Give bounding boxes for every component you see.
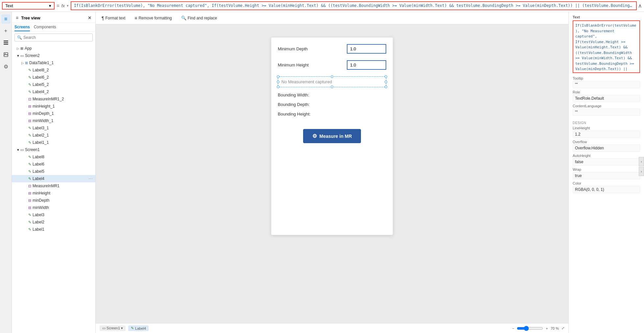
tree-mindepth_1[interactable]: ⊟ minDepth_1 bbox=[12, 110, 95, 117]
tree-label2[interactable]: ✎ Label2 bbox=[12, 218, 95, 226]
find-replace-button[interactable]: 🔍 Find and replace bbox=[179, 14, 219, 21]
label1-1: Label1_1 bbox=[33, 140, 93, 145]
tree-label2_1[interactable]: ✎ Label2_1 bbox=[12, 132, 95, 139]
minwidth: minWidth bbox=[33, 205, 93, 210]
measure-in-mr-button[interactable]: ⚙ Measure in MR bbox=[303, 129, 361, 143]
tooltip-value[interactable]: "" bbox=[573, 81, 640, 88]
expand-icon[interactable]: ⤢ bbox=[561, 326, 564, 330]
rail-icon-data[interactable] bbox=[1, 38, 11, 47]
format-text-icon: ¶ bbox=[102, 15, 104, 21]
minheight-1: minHeight_1 bbox=[33, 104, 93, 109]
tree-minwidth_1[interactable]: ⊟ minWidth_1 bbox=[12, 117, 95, 124]
tree-label6_2[interactable]: ✎ Label6_2 bbox=[12, 74, 95, 81]
tree-label8_2[interactable]: ✎ Label8_2 bbox=[12, 66, 95, 74]
min-depth-input[interactable] bbox=[347, 44, 386, 54]
fx-button[interactable]: fx bbox=[61, 3, 65, 8]
status-label-tag[interactable]: ✎ Label4 bbox=[128, 325, 149, 331]
line-height-value[interactable]: 1.2 bbox=[573, 131, 640, 138]
rail-icon-insert[interactable]: + bbox=[1, 26, 11, 36]
status-screen-tag[interactable]: ▭ Screen1 ▾ bbox=[100, 325, 126, 331]
remove-formatting-button[interactable]: ≡ Remove formatting bbox=[132, 14, 174, 22]
zoom-plus-button[interactable]: + bbox=[546, 326, 548, 330]
tree-label5[interactable]: ✎ Label5 bbox=[12, 168, 95, 175]
tree-minwidth[interactable]: ⊟ minWidth bbox=[12, 204, 95, 211]
no-measurement-label[interactable]: No Measurement captured bbox=[278, 76, 386, 87]
bounding-height-label: Bounding Height: bbox=[278, 112, 311, 116]
chevron-down-small: ▾ bbox=[121, 326, 123, 330]
measureinmr1-2: MeasureInMR1_2 bbox=[33, 97, 93, 101]
wrap-value[interactable]: true bbox=[573, 172, 640, 179]
auto-height-value[interactable]: false bbox=[573, 158, 640, 166]
tree-measureinmr1_2[interactable]: ⊡ MeasureInMR1_2 bbox=[12, 95, 95, 103]
tree-measureinmr1[interactable]: ⊡ MeasureInMR1 bbox=[12, 182, 95, 190]
auto-height-label: AutoHeight bbox=[573, 154, 640, 158]
rail-icon-settings[interactable]: ⚙ bbox=[1, 62, 11, 71]
status-bar: ▭ Screen1 ▾ ✎ Label4 − + 70 % ⤢ bbox=[96, 323, 568, 333]
rail-icon-media[interactable] bbox=[1, 50, 11, 59]
props-wrap-group: Wrap true bbox=[573, 167, 640, 179]
tree-label4[interactable]: ✎ Label4 ··· bbox=[12, 175, 95, 182]
tab-components[interactable]: Components bbox=[34, 25, 56, 31]
close-icon[interactable]: ✕ bbox=[88, 15, 91, 20]
tree-panel-title: Tree view bbox=[21, 15, 40, 20]
hamburger-icon[interactable]: ≡ bbox=[16, 15, 18, 20]
component-icon: ⊡ bbox=[28, 97, 31, 101]
format-text-button[interactable]: ¶ Format text bbox=[100, 14, 127, 22]
tree-label4_2[interactable]: ✎ Label4_2 bbox=[12, 88, 95, 95]
canvas-area: ¶ Format text ≡ Remove formatting 🔍 Find… bbox=[96, 12, 568, 333]
role-label: Role bbox=[573, 90, 640, 94]
input-icon: ⊟ bbox=[28, 112, 31, 116]
tree-label3[interactable]: ✎ Label3 bbox=[12, 211, 95, 218]
label-icon: ✎ bbox=[28, 213, 31, 217]
collapse-down-button[interactable]: › bbox=[639, 167, 644, 176]
label-icon: ✎ bbox=[28, 227, 31, 232]
props-tooltip-group: Tooltip "" bbox=[573, 76, 640, 88]
tree-label3_1[interactable]: ✎ Label3_1 bbox=[12, 124, 95, 132]
collapse-up-button[interactable]: ∧ bbox=[638, 3, 642, 9]
main-layout: ≡ + ⚙ ≡ Tree view ✕ Screens Components 🔍 bbox=[0, 12, 644, 333]
zoom-value-label: 70 % bbox=[551, 326, 559, 330]
tree-mindepth[interactable]: ⊟ minDepth bbox=[12, 197, 95, 204]
zoom-minus-button[interactable]: − bbox=[512, 326, 514, 330]
table-icon: ⊞ bbox=[25, 61, 28, 65]
min-height-input[interactable] bbox=[347, 60, 386, 70]
label-icon: ✎ bbox=[28, 133, 31, 138]
props-panel: Text If(IsBlankOrError(testVolume), "No … bbox=[568, 12, 644, 333]
role-value[interactable]: TextRole.Default bbox=[573, 95, 640, 102]
element-selector[interactable]: Text ▾ bbox=[2, 2, 55, 10]
label-icon: ✎ bbox=[28, 220, 31, 224]
search-input[interactable] bbox=[14, 34, 93, 41]
formula-input[interactable]: If(IsBlankOrError(testVolume), "No Measu… bbox=[71, 1, 637, 10]
tree-datatable1_1[interactable]: ▷ ⊞ DataTable1_1 bbox=[12, 59, 95, 66]
fx-dropdown-arrow[interactable]: ▾ bbox=[67, 4, 69, 8]
tree-label1_1[interactable]: ✎ Label1_1 bbox=[12, 139, 95, 146]
tree-minheight_1[interactable]: ⊟ minHeight_1 bbox=[12, 103, 95, 110]
overflow-value[interactable]: Overflow.Hidden bbox=[573, 144, 640, 152]
props-overflow-group: Overflow Overflow.Hidden bbox=[573, 140, 640, 152]
label-icon: ✎ bbox=[28, 83, 31, 87]
props-color-group: Color RGBA(0, 0, 0, 1) bbox=[573, 181, 640, 193]
tree-label8[interactable]: ✎ Label8 bbox=[12, 153, 95, 161]
tree-label5_2[interactable]: ✎ Label5_2 bbox=[12, 81, 95, 88]
bounding-depth-label: Bounding Depth: bbox=[278, 102, 310, 107]
rail-icon-tree[interactable]: ≡ bbox=[1, 14, 11, 24]
handle-right bbox=[385, 81, 387, 83]
props-text-formula[interactable]: If(IsBlankOrError(testVolume), "No Measu… bbox=[573, 20, 640, 73]
tree-label6[interactable]: ✎ Label6 bbox=[12, 161, 95, 168]
tree-screen2-item[interactable]: ▼ ▭ Screen2 bbox=[12, 52, 95, 59]
color-value[interactable]: RGBA(0, 0, 0, 1) bbox=[573, 186, 640, 193]
input-icon: ⊟ bbox=[28, 191, 31, 195]
measure-btn-label: Measure in MR bbox=[320, 134, 352, 139]
content-language-value[interactable]: "" bbox=[573, 109, 640, 116]
label1: Label1 bbox=[33, 227, 93, 232]
input-icon: ⊟ bbox=[28, 198, 31, 203]
tree-app-item[interactable]: ▷ ⊞ App bbox=[12, 45, 95, 52]
tree-screen1-item[interactable]: ▼ ▭ Screen1 bbox=[12, 146, 95, 153]
zoom-slider[interactable] bbox=[517, 326, 543, 331]
tree-label1[interactable]: ✎ Label1 bbox=[12, 226, 95, 233]
item-options-icon[interactable]: ··· bbox=[88, 176, 93, 182]
tree-minheight[interactable]: ⊟ minHeight bbox=[12, 190, 95, 197]
tab-screens[interactable]: Screens bbox=[14, 25, 30, 31]
bounding-width-label: Bounding Width: bbox=[278, 92, 309, 97]
collapse-up-button[interactable]: › bbox=[639, 157, 644, 166]
